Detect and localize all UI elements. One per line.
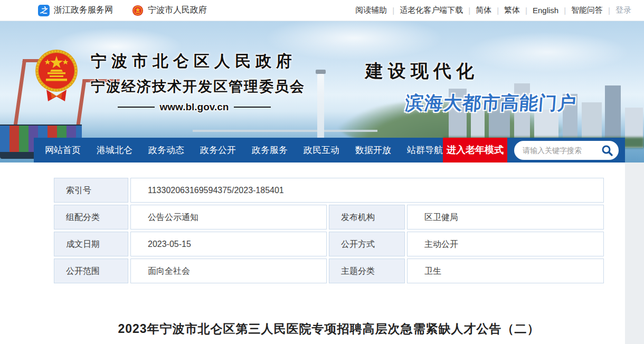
meta-value-open-method: 主动公开 — [407, 232, 604, 256]
search-box[interactable] — [514, 141, 619, 160]
meta-label-open-method: 公开方式 — [329, 232, 405, 256]
elder-client-download-link[interactable]: 适老化客户端下载 — [400, 5, 463, 15]
doc-meta-table: 索引号 113302063169594375/2023-185401 组配分类 … — [54, 178, 604, 283]
meta-label-publisher: 发布机构 — [329, 205, 405, 230]
meta-label-index: 索引号 — [54, 178, 128, 203]
nav-item-site-directory[interactable]: 站群导航 — [407, 138, 443, 163]
separator: | — [564, 6, 566, 15]
elder-mode-button[interactable]: 进入老年模式 — [443, 138, 507, 163]
nav-item-gov-services[interactable]: 政务服务 — [252, 138, 288, 163]
nav-item-home[interactable]: 网站首页 — [45, 138, 81, 163]
main-nav: 网站首页 港城北仑 政务动态 政务公开 政务服务 政民互动 数据开放 站群导航 … — [34, 138, 625, 163]
meta-label-topic: 主题分类 — [329, 259, 405, 283]
nav-item-gov-info[interactable]: 政务公开 — [200, 138, 236, 163]
search-icon — [601, 144, 613, 157]
main-content: 索引号 113302063169594375/2023-185401 组配分类 … — [0, 163, 644, 337]
site-url-row: www.bl.gov.cn — [91, 101, 298, 113]
meta-value-category: 公告公示通知 — [130, 205, 327, 230]
ningbo-emblem-icon — [132, 5, 144, 16]
meta-value-index: 113302063169594375/2023-185401 — [130, 178, 604, 203]
site-banner: 宁波市北仑区人民政府 宁波经济技术开发区管理委员会 www.bl.gov.cn … — [0, 21, 644, 163]
zhejiang-gov-service-link[interactable]: 之 浙江政务服务网 — [38, 5, 113, 16]
nav-item-public-interaction[interactable]: 政民互动 — [304, 138, 339, 163]
separator: | — [497, 6, 499, 15]
separator: | — [468, 6, 470, 15]
ningbo-gov-label: 宁波市人民政府 — [148, 5, 207, 16]
right-gutter — [625, 163, 644, 344]
url-left-rule — [118, 107, 155, 108]
slogan-line2: 滨海大都市高能门户 — [404, 91, 577, 116]
meta-value-topic: 卫生 — [407, 259, 604, 283]
topbar: 之 浙江政务服务网 宁波市人民政府 阅读辅助 | 适老化客户端下载 | 简体 |… — [0, 0, 644, 21]
separator: | — [608, 6, 610, 15]
english-link[interactable]: English — [533, 6, 558, 15]
zhejiang-gov-service-label: 浙江政务服务网 — [54, 5, 113, 16]
meta-value-publisher: 区卫健局 — [407, 205, 604, 230]
reading-aid-link[interactable]: 阅读辅助 — [355, 5, 387, 15]
nav-items: 网站首页 港城北仑 政务动态 政务公开 政务服务 政民互动 数据开放 站群导航 — [34, 138, 443, 163]
meta-label-category: 组配分类 — [54, 205, 128, 230]
topbar-site-links: 之 浙江政务服务网 宁波市人民政府 — [38, 5, 207, 16]
meta-label-open-scope: 公开范围 — [54, 259, 128, 283]
banner-site-title: 宁波市北仑区人民政府 宁波经济技术开发区管理委员会 www.bl.gov.cn — [91, 51, 305, 113]
nav-item-gov-news[interactable]: 政务动态 — [148, 138, 184, 163]
banner-bridge — [193, 130, 377, 132]
banner-lighthouse — [317, 74, 324, 144]
site-name-line1: 宁波市北仑区人民政府 — [91, 51, 305, 72]
meta-value-date: 2023-05-15 — [130, 232, 327, 256]
separator: | — [392, 6, 394, 15]
url-right-rule — [234, 107, 271, 108]
topbar-utility-links: 阅读辅助 | 适老化客户端下载 | 简体 | 繁体 | English | 智能… — [355, 5, 631, 15]
national-emblem — [35, 47, 78, 104]
article-title: 2023年宁波市北仑区第三人民医院专项招聘高层次急需紧缺人才公告（二） — [54, 321, 604, 337]
site-url: www.bl.gov.cn — [160, 101, 229, 113]
meta-value-open-scope: 面向全社会 — [130, 259, 327, 283]
separator: | — [525, 6, 527, 15]
smart-qa-link[interactable]: 智能问答 — [571, 5, 603, 15]
nav-item-open-data[interactable]: 数据开放 — [355, 138, 391, 163]
login-link[interactable]: 登录 — [615, 5, 631, 15]
banner-slogan: 建设现代化 滨海大都市高能门户 — [365, 59, 576, 116]
meta-label-date: 成文日期 — [54, 232, 128, 256]
ningbo-gov-link[interactable]: 宁波市人民政府 — [132, 5, 207, 16]
slogan-line1: 建设现代化 — [365, 59, 576, 83]
traditional-chinese-link[interactable]: 繁体 — [504, 5, 520, 15]
zhejiang-gov-logo-icon: 之 — [38, 5, 50, 16]
simplified-chinese-link[interactable]: 简体 — [476, 5, 491, 15]
page: 之 浙江政务服务网 宁波市人民政府 阅读辅助 | 适老化客户端下载 | 简体 |… — [0, 0, 644, 344]
nav-item-gangcheng-beilun[interactable]: 港城北仑 — [97, 138, 132, 163]
search-button[interactable] — [601, 144, 613, 157]
search-input[interactable] — [523, 146, 601, 155]
site-name-line2: 宁波经济技术开发区管理委员会 — [91, 77, 305, 96]
